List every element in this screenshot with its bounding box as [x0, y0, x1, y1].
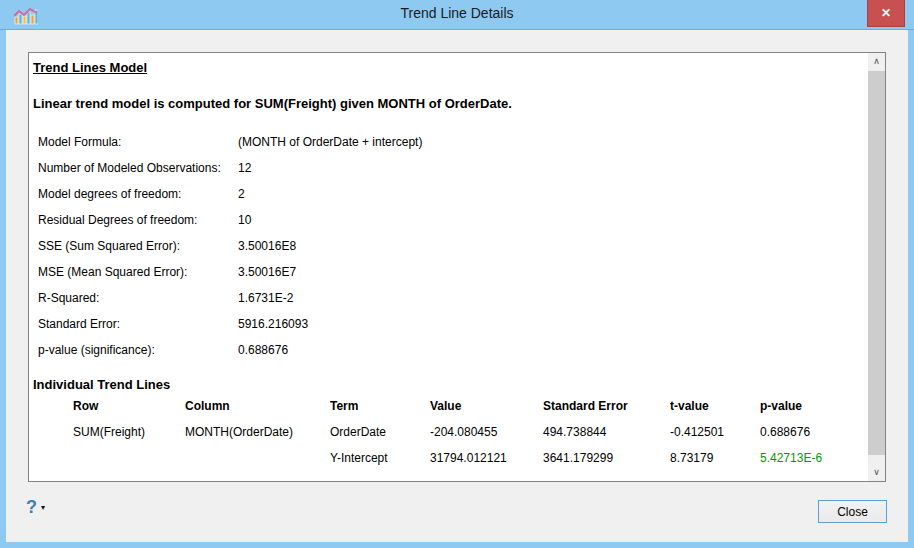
stat-row-r-squared: R-Squared: 1.6731E-2 — [38, 285, 862, 311]
stat-value: 1.6731E-2 — [238, 291, 293, 305]
close-button[interactable]: Close — [818, 500, 887, 523]
cell-standard-error: 494.738844 — [543, 419, 670, 445]
cell-column: MONTH(OrderDate) — [185, 419, 330, 445]
model-statistics: Model Formula: (MONTH of OrderDate + int… — [38, 129, 862, 363]
stat-label: Standard Error: — [38, 317, 238, 331]
stat-row-mse: MSE (Mean Squared Error): 3.50016E7 — [38, 259, 862, 285]
column-header-standard-error: Standard Error — [543, 393, 670, 419]
individual-trend-lines-heading: Individual Trend Lines — [33, 377, 862, 393]
stat-value: 3.50016E8 — [238, 239, 296, 253]
stat-label: Number of Modeled Observations: — [38, 161, 238, 175]
stat-label: Model degrees of freedom: — [38, 187, 238, 201]
help-dropdown[interactable]: ? ▾ — [26, 497, 45, 517]
column-header-t-value: t-value — [670, 393, 760, 419]
column-header-term: Term — [330, 393, 430, 419]
chevron-up-icon: ∧ — [873, 57, 880, 66]
report-heading: Trend Lines Model — [33, 60, 862, 76]
stat-value: 3.50016E7 — [238, 265, 296, 279]
stat-label: MSE (Mean Squared Error): — [38, 265, 238, 279]
stat-row-model-formula: Model Formula: (MONTH of OrderDate + int… — [38, 129, 862, 155]
chevron-down-icon: ∨ — [873, 468, 880, 477]
titlebar: Trend Line Details ✕ — [0, 0, 914, 30]
close-window-button[interactable]: ✕ — [867, 0, 905, 27]
cell-value: 31794.012121 — [430, 445, 543, 471]
stat-row-sse: SSE (Sum Squared Error): 3.50016E8 — [38, 233, 862, 259]
cell-term: OrderDate — [330, 419, 430, 445]
column-header-column: Column — [185, 393, 330, 419]
stat-label: SSE (Sum Squared Error): — [38, 239, 238, 253]
column-header-value: Value — [430, 393, 543, 419]
cell-t-value: 8.73179 — [670, 445, 760, 471]
stat-value: 2 — [238, 187, 245, 201]
stat-row-standard-error: Standard Error: 5916.216093 — [38, 311, 862, 337]
help-icon: ? — [26, 497, 37, 517]
stat-row-model-df: Model degrees of freedom: 2 — [38, 181, 862, 207]
column-header-row: Row — [73, 393, 185, 419]
cell-p-value: 5.42713E-6 — [760, 445, 828, 471]
cell-value: -204.080455 — [430, 419, 543, 445]
cell-p-value: 0.688676 — [760, 419, 828, 445]
stat-value: 5916.216093 — [238, 317, 308, 331]
stat-row-p-value: p-value (significance): 0.688676 — [38, 337, 862, 363]
stat-label: Residual Degrees of freedom: — [38, 213, 238, 227]
dialog-title: Trend Line Details — [0, 5, 914, 21]
stat-label: p-value (significance): — [38, 343, 238, 357]
stat-row-observations: Number of Modeled Observations: 12 — [38, 155, 862, 181]
close-icon: ✕ — [881, 6, 891, 20]
column-header-p-value: p-value — [760, 393, 828, 419]
model-description: Linear trend model is computed for SUM(F… — [33, 96, 862, 112]
trend-report-panel: Trend Lines Model Linear trend model is … — [28, 52, 886, 482]
scroll-up-button[interactable]: ∧ — [868, 53, 885, 70]
stat-value: 12 — [238, 161, 251, 175]
table-header-row: Row Column Term Value Standard Error t-v… — [73, 393, 828, 419]
stat-label: R-Squared: — [38, 291, 238, 305]
vertical-scrollbar[interactable]: ∧ ∨ — [868, 53, 885, 481]
cell-column — [185, 445, 330, 471]
table-row: Y-Intercept 31794.012121 3641.179299 8.7… — [73, 445, 828, 471]
stat-value: 10 — [238, 213, 251, 227]
cell-term: Y-Intercept — [330, 445, 430, 471]
trend-lines-table: Row Column Term Value Standard Error t-v… — [73, 393, 828, 471]
stat-value: 0.688676 — [238, 343, 288, 357]
cell-standard-error: 3641.179299 — [543, 445, 670, 471]
stat-row-residual-df: Residual Degrees of freedom: 10 — [38, 207, 862, 233]
trend-report-content: Trend Lines Model Linear trend model is … — [29, 53, 868, 481]
stat-value: (MONTH of OrderDate + intercept) — [238, 135, 422, 149]
scrollbar-thumb[interactable] — [868, 71, 885, 455]
stat-label: Model Formula: — [38, 135, 238, 149]
cell-row: SUM(Freight) — [73, 419, 185, 445]
trend-line-details-dialog: Trend Line Details ✕ Trend Lines Model L… — [0, 0, 914, 548]
table-row: SUM(Freight) MONTH(OrderDate) OrderDate … — [73, 419, 828, 445]
cell-t-value: -0.412501 — [670, 419, 760, 445]
caret-down-icon: ▾ — [41, 504, 45, 512]
cell-row — [73, 445, 185, 471]
scroll-down-button[interactable]: ∨ — [868, 464, 885, 481]
